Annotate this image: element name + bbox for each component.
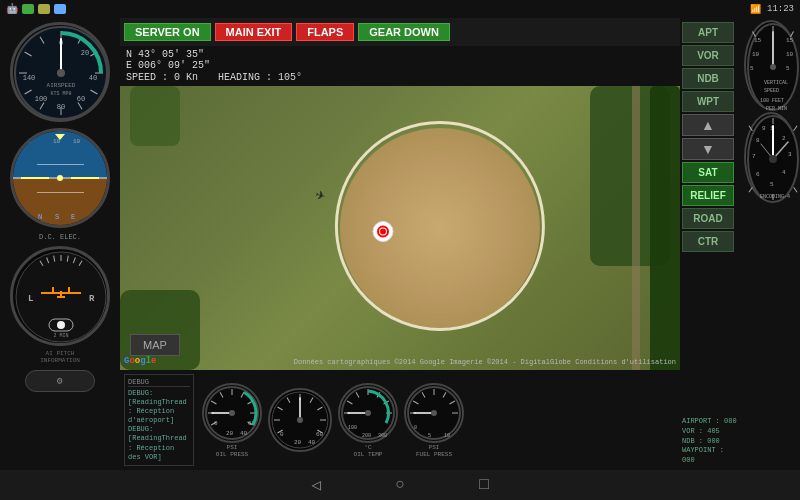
- apt-btn[interactable]: APT: [682, 22, 734, 43]
- svg-text:140: 140: [23, 74, 36, 82]
- scroll-up-btn[interactable]: ▲: [682, 114, 734, 136]
- target-marker: [371, 219, 395, 248]
- svg-line-136: [794, 187, 798, 192]
- svg-text:100: 100: [35, 95, 48, 103]
- attitude-indicator: W N S E 1 3 30 10 10 30: [10, 128, 110, 228]
- svg-text:10: 10: [73, 138, 81, 145]
- sat-btn[interactable]: SAT: [682, 162, 734, 183]
- wpt-btn[interactable]: WPT: [682, 91, 734, 112]
- svg-text:2: 2: [782, 135, 786, 142]
- svg-text:0: 0: [414, 425, 417, 431]
- left-panel: 0 20 40 60 80 100 140 AIRSPEED KTS MPH: [0, 18, 120, 470]
- svg-text:40: 40: [308, 439, 316, 446]
- svg-text:N: N: [38, 213, 42, 221]
- latitude-display: N 43° 05' 35": [126, 49, 674, 60]
- oil-press-label: PSI OIL PRESS: [202, 444, 262, 458]
- server-on-btn[interactable]: SERVER ON: [124, 23, 211, 41]
- svg-text:300: 300: [378, 433, 387, 439]
- svg-text:R: R: [89, 294, 95, 304]
- svg-text:5: 5: [770, 181, 774, 188]
- svg-text:10: 10: [786, 51, 794, 58]
- android-icon: 🤖: [6, 3, 18, 15]
- status-bar: 🤖 📶 11:23: [0, 0, 800, 18]
- svg-text:10: 10: [53, 138, 61, 145]
- road-btn[interactable]: ROAD: [682, 208, 734, 229]
- flaps-btn[interactable]: FLAPS: [296, 23, 354, 41]
- speed-display: SPEED : 0 Kn: [126, 72, 198, 83]
- svg-text:5: 5: [750, 65, 754, 72]
- svg-point-54: [380, 228, 386, 234]
- scroll-down-btn[interactable]: ▼: [682, 138, 734, 160]
- svg-text:L: L: [28, 294, 33, 304]
- fuel-press-label: PSI FUEL PRESS: [404, 444, 464, 458]
- ctr-btn[interactable]: CTR: [682, 231, 734, 252]
- map-button[interactable]: MAP: [130, 334, 180, 356]
- svg-text:10: 10: [752, 51, 760, 58]
- time-display: 11:23: [767, 4, 794, 14]
- oil-temp-label: °C OIL TEMP: [338, 444, 398, 458]
- svg-text:200: 200: [362, 433, 371, 439]
- svg-text:KTS MPH: KTS MPH: [50, 91, 71, 97]
- svg-text:E: E: [71, 213, 75, 221]
- debug-lines: DEBUG: [ReadingThread : Réception d'aéro…: [128, 389, 190, 462]
- wifi-icon: 📶: [750, 4, 761, 15]
- svg-point-50: [57, 321, 65, 329]
- home-button[interactable]: ○: [388, 473, 412, 497]
- score-area: AIRPORT : 080 VOR : 405 NDB : 000 WAYPOI…: [682, 417, 740, 466]
- svg-text:30: 30: [23, 138, 31, 145]
- map-view[interactable]: ✈ Google Données cartographiques ©2014 G…: [120, 86, 680, 370]
- oil-temp-gauge: 100 200 300: [338, 383, 398, 443]
- svg-text:9: 9: [762, 125, 766, 132]
- longitude-display: E 006° 09' 25": [126, 60, 674, 71]
- fuel-press-gauge: 0 5 10: [404, 383, 464, 443]
- log-area: DEBUG DEBUG: [ReadingThread : Réception …: [124, 374, 194, 466]
- signal-icon: [22, 4, 34, 14]
- svg-text:W: W: [23, 213, 28, 221]
- svg-text:SPEED: SPEED: [764, 88, 779, 94]
- relief-btn[interactable]: RELIEF: [682, 185, 734, 206]
- gear-down-btn[interactable]: GEAR DOWN: [358, 23, 450, 41]
- altimeter: 1 2 3 4 5 6 7 8 9: [744, 112, 798, 202]
- svg-text:S: S: [55, 213, 59, 221]
- airspeed-indicator: 0 20 40 60 80 100 140 AIRSPEED KTS MPH: [10, 22, 110, 122]
- svg-text:0: 0: [280, 431, 284, 438]
- svg-text:20: 20: [294, 439, 302, 446]
- nav-buttons-column: APT VOR NDB WPT ▲ ▼ SAT RELIEF ROAD CTR …: [680, 18, 742, 470]
- battery-icon: [38, 4, 50, 14]
- status-icons: 🤖: [6, 3, 66, 15]
- svg-text:80: 80: [57, 103, 65, 111]
- svg-text:40: 40: [240, 430, 248, 437]
- large-gauge: 0 20 40 60: [268, 388, 332, 452]
- right-instruments-column: 15 10 5 15 10 5 VERTICAL SPEED 100 FEET …: [742, 18, 800, 470]
- bottom-gauges: 0 20 40 60 PSI OIL PRESS: [198, 370, 468, 470]
- svg-line-141: [749, 126, 753, 131]
- svg-text:20: 20: [226, 430, 234, 437]
- bottom-strip: DEBUG DEBUG: [ReadingThread : Réception …: [120, 370, 680, 470]
- svg-text:3: 3: [101, 213, 105, 221]
- back-button[interactable]: ◁: [304, 473, 328, 497]
- settings-button[interactable]: ⚙: [25, 370, 95, 392]
- svg-text:20: 20: [81, 49, 89, 57]
- svg-text:0: 0: [214, 420, 218, 427]
- svg-text:VERTICAL: VERTICAL: [764, 80, 788, 86]
- svg-point-154: [769, 155, 777, 163]
- ai-pitch-info: AI PITCH INFORMATION: [2, 350, 118, 364]
- vor-btn[interactable]: VOR: [682, 45, 734, 66]
- right-panel: APT VOR NDB WPT ▲ ▼ SAT RELIEF ROAD CTR …: [680, 18, 800, 470]
- svg-line-138: [749, 187, 753, 192]
- svg-text:AIRSPEED: AIRSPEED: [47, 82, 76, 89]
- svg-text:4: 4: [782, 169, 786, 176]
- svg-text:2 MIN: 2 MIN: [53, 333, 68, 339]
- svg-text:100 FEET: 100 FEET: [760, 98, 784, 104]
- ndb-btn[interactable]: NDB: [682, 68, 734, 89]
- svg-point-70: [229, 410, 235, 416]
- svg-text:5: 5: [786, 65, 790, 72]
- svg-text:7: 7: [752, 153, 756, 160]
- svg-text:60: 60: [316, 431, 324, 438]
- svg-text:1: 1: [88, 213, 92, 221]
- recents-button[interactable]: □: [472, 473, 496, 497]
- svg-text:10: 10: [444, 433, 450, 439]
- main-exit-btn[interactable]: MAIN EXIT: [215, 23, 293, 41]
- turn-coordinator: L R 2 MIN: [10, 246, 110, 346]
- svg-text:15: 15: [754, 37, 762, 44]
